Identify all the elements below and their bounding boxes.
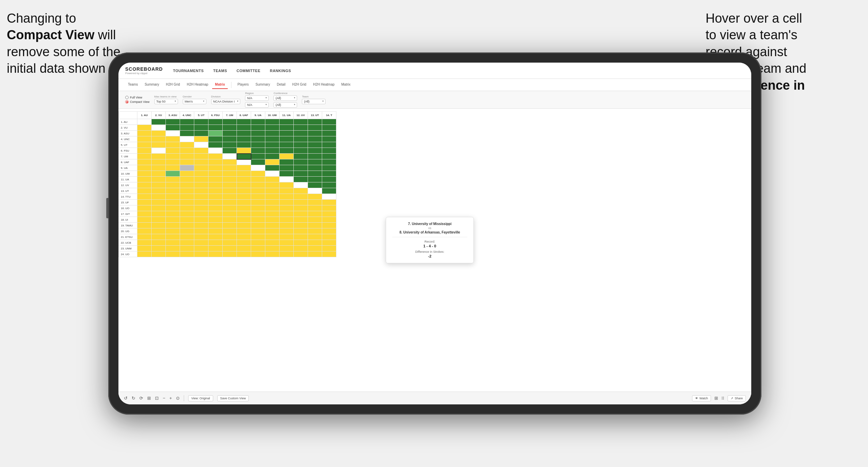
- watch-btn[interactable]: 👁 Watch: [692, 395, 711, 401]
- matrix-cell[interactable]: [294, 251, 308, 257]
- matrix-cell[interactable]: [294, 211, 308, 217]
- matrix-cell[interactable]: [152, 159, 166, 165]
- matrix-cell[interactable]: [180, 119, 194, 125]
- filter-team-dropdown[interactable]: (All): [302, 99, 326, 104]
- matrix-cell[interactable]: [280, 171, 294, 177]
- matrix-cell[interactable]: [137, 211, 152, 217]
- matrix-cell[interactable]: [265, 240, 280, 246]
- matrix-cell[interactable]: [322, 200, 336, 205]
- matrix-cell[interactable]: [308, 200, 322, 205]
- matrix-cell[interactable]: [152, 240, 166, 246]
- matrix-cell[interactable]: [166, 200, 180, 205]
- matrix-cell[interactable]: [137, 136, 152, 142]
- matrix-cell[interactable]: [265, 194, 280, 200]
- matrix-cell[interactable]: [180, 211, 194, 217]
- matrix-cell[interactable]: [280, 119, 294, 125]
- matrix-cell[interactable]: [294, 165, 308, 171]
- matrix-cell[interactable]: [166, 159, 180, 165]
- matrix-cell[interactable]: [194, 246, 208, 251]
- matrix-cell[interactable]: [208, 159, 223, 165]
- tablet-side-button[interactable]: [106, 198, 108, 218]
- matrix-cell[interactable]: [280, 246, 294, 251]
- matrix-cell[interactable]: [208, 223, 223, 228]
- matrix-cell[interactable]: [265, 159, 280, 165]
- matrix-cell[interactable]: [137, 148, 152, 154]
- matrix-cell[interactable]: [194, 240, 208, 246]
- matrix-cell[interactable]: [194, 211, 208, 217]
- matrix-cell[interactable]: [294, 177, 308, 182]
- matrix-cell[interactable]: [265, 165, 280, 171]
- matrix-cell[interactable]: [280, 228, 294, 234]
- matrix-cell[interactable]: [294, 159, 308, 165]
- sub-nav-summary2[interactable]: Summary: [253, 81, 273, 89]
- matrix-cell[interactable]: [223, 154, 237, 159]
- matrix-cell[interactable]: [308, 246, 322, 251]
- matrix-cell[interactable]: [265, 136, 280, 142]
- matrix-cell[interactable]: [152, 188, 166, 194]
- matrix-cell[interactable]: [194, 200, 208, 205]
- matrix-cell[interactable]: [152, 182, 166, 188]
- matrix-cell[interactable]: [166, 251, 180, 257]
- toolbar-layout-icon[interactable]: ⊡: [155, 396, 159, 401]
- matrix-cell[interactable]: [265, 246, 280, 251]
- matrix-cell[interactable]: [265, 177, 280, 182]
- matrix-cell[interactable]: [322, 211, 336, 217]
- matrix-cell[interactable]: [280, 177, 294, 182]
- matrix-cell[interactable]: [137, 251, 152, 257]
- matrix-cell[interactable]: [237, 234, 251, 240]
- matrix-cell[interactable]: [194, 205, 208, 211]
- nav-tournaments[interactable]: TOURNAMENTS: [173, 68, 204, 73]
- radio-full-view[interactable]: Full View: [125, 96, 150, 99]
- matrix-cell[interactable]: [308, 194, 322, 200]
- matrix-cell[interactable]: [251, 148, 265, 154]
- save-custom-btn[interactable]: Save Custom View: [217, 395, 249, 401]
- matrix-cell[interactable]: [166, 246, 180, 251]
- matrix-cell[interactable]: [308, 223, 322, 228]
- matrix-cell[interactable]: [180, 200, 194, 205]
- matrix-cell[interactable]: [265, 148, 280, 154]
- matrix-cell[interactable]: [251, 234, 265, 240]
- matrix-cell[interactable]: [237, 159, 251, 165]
- matrix-cell[interactable]: [194, 136, 208, 142]
- matrix-cell[interactable]: [152, 194, 166, 200]
- matrix-cell[interactable]: [180, 194, 194, 200]
- matrix-cell[interactable]: [251, 171, 265, 177]
- matrix-cell[interactable]: [208, 251, 223, 257]
- matrix-cell[interactable]: [251, 194, 265, 200]
- matrix-cell[interactable]: [137, 177, 152, 182]
- matrix-cell[interactable]: [251, 142, 265, 148]
- matrix-cell[interactable]: [322, 142, 336, 148]
- matrix-cell[interactable]: [322, 240, 336, 246]
- matrix-cell[interactable]: [137, 234, 152, 240]
- matrix-cell[interactable]: [322, 125, 336, 131]
- matrix-cell[interactable]: [322, 251, 336, 257]
- matrix-cell[interactable]: [251, 246, 265, 251]
- nav-rankings[interactable]: RANKINGS: [270, 68, 291, 73]
- matrix-cell[interactable]: [208, 200, 223, 205]
- matrix-cell[interactable]: [137, 119, 152, 125]
- matrix-cell[interactable]: [237, 223, 251, 228]
- matrix-cell[interactable]: [308, 182, 322, 188]
- matrix-cell[interactable]: [208, 234, 223, 240]
- matrix-cell[interactable]: [322, 182, 336, 188]
- matrix-cell[interactable]: [322, 246, 336, 251]
- matrix-cell[interactable]: [180, 177, 194, 182]
- matrix-cell[interactable]: [180, 240, 194, 246]
- filter-region-dropdown[interactable]: N/A: [245, 95, 269, 101]
- matrix-cell[interactable]: [294, 119, 308, 125]
- matrix-cell[interactable]: [280, 142, 294, 148]
- matrix-cell[interactable]: [322, 217, 336, 223]
- matrix-cell[interactable]: [322, 159, 336, 165]
- matrix-cell[interactable]: [166, 154, 180, 159]
- matrix-cell[interactable]: [308, 240, 322, 246]
- matrix-cell[interactable]: [152, 171, 166, 177]
- matrix-cell[interactable]: [251, 240, 265, 246]
- matrix-cell[interactable]: [180, 131, 194, 136]
- matrix-cell[interactable]: [251, 136, 265, 142]
- matrix-cell[interactable]: [280, 136, 294, 142]
- matrix-cell[interactable]: [237, 246, 251, 251]
- toolbar-settings-icon[interactable]: ⊙: [176, 396, 180, 401]
- matrix-cell[interactable]: [237, 131, 251, 136]
- matrix-cell[interactable]: [208, 217, 223, 223]
- matrix-cell[interactable]: [294, 171, 308, 177]
